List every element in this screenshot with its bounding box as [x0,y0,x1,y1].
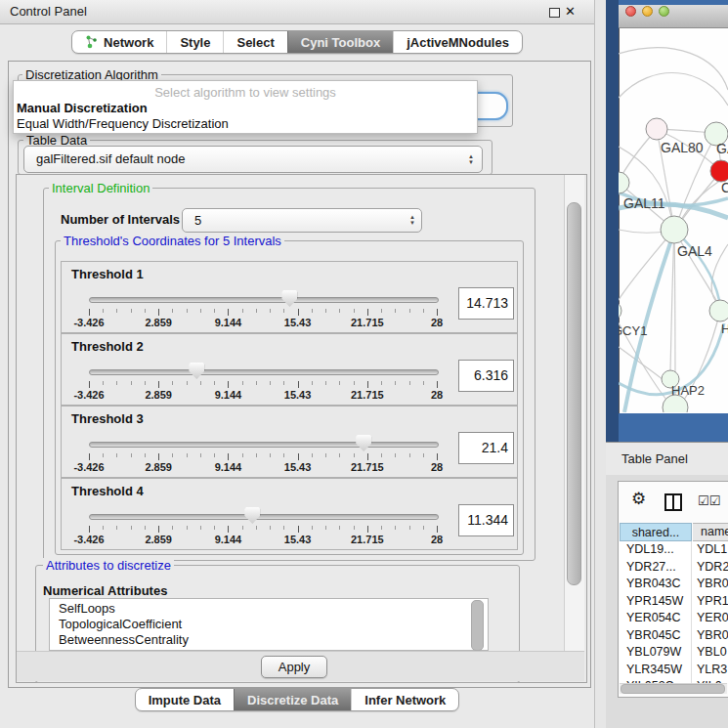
network-edge[interactable] [619,347,664,380]
network-node-label: H [721,321,728,336]
threshold-slider-thumb[interactable] [189,363,204,379]
network-node-label: GAL80 [661,140,704,155]
slider-ticks [89,381,437,389]
gear-icon[interactable]: ⚙ [631,490,646,509]
tab-label: Infer Network [364,693,446,707]
cell-shared-name: YLR345W [620,662,692,679]
slider-tick-labels: -3.4262.8599.14415.4321.71528 [89,317,437,328]
threshold-slider-track[interactable] [89,442,439,448]
table-rows: YDL19...YDL1YDR27...YDR2YBR043CYBR0YPR14… [620,541,728,683]
slider-tick-labels: -3.4262.8599.14415.4321.71528 [89,534,437,545]
tab-network[interactable]: Network [72,31,166,53]
algorithm-dropdown-popup: Select algorithm to view settings Manual… [13,80,478,134]
attributes-scrollbar-thumb[interactable] [471,600,484,651]
float-window-icon[interactable] [549,8,560,18]
numerical-attributes-list[interactable]: SelfLoopsTopologicalCoefficientBetweenne… [49,598,489,651]
apply-button[interactable]: Apply [261,656,327,678]
cell-name: YLR3 [692,662,728,679]
threshold-value-box[interactable]: 6.316 [458,360,514,392]
numerical-attributes-label: Numerical Attributes [43,583,167,598]
table-panel-titlebar: Table Panel [606,442,728,477]
network-canvas[interactable]: GAL80GACGAL11GAL4GCY1HHAP2 [619,27,728,412]
node-right[interactable] [709,300,728,321]
table-row[interactable]: YLR345WYLR3 [620,662,728,679]
table-row[interactable]: YDL19...YDL1 [620,541,728,559]
settings-scrollbar-thumb[interactable] [567,202,581,585]
tab-select[interactable]: Select [223,31,286,53]
number-of-intervals-combobox[interactable]: 5 ▲▼ [182,208,422,233]
slider-tick-labels: -3.4262.8599.14415.4321.71528 [89,389,437,401]
number-of-intervals-value: 5 [194,209,201,232]
threshold-slider-track[interactable] [89,514,439,520]
window-close-button[interactable] [625,6,636,17]
node-gal4[interactable] [661,216,688,243]
tab-discretize-data[interactable]: Discretize Data [234,689,351,710]
tab-label: Discretize Data [247,693,338,707]
node-red[interactable] [710,160,728,182]
network-node-label: GCY1 [619,323,647,338]
threshold-slider-thumb[interactable] [356,435,371,451]
table-row[interactable]: YBR043CYBR0 [620,576,728,593]
tab-label: Network [104,35,153,50]
column-header-shared-name[interactable]: shared... [620,523,692,541]
threshold-slider-thumb[interactable] [281,290,297,307]
window-zoom-button[interactable] [659,6,669,17]
network-node-label: GA [716,141,728,156]
control-panel-titlebar: Control Panel ✕ [0,0,594,24]
threshold-slider-thumb[interactable] [244,507,260,524]
tab-cyni-toolbox[interactable]: Cyni Toolbox [287,31,393,53]
slider-ticks [89,526,437,534]
tab-infer-network[interactable]: Infer Network [351,689,458,710]
cell-name: YDL1 [692,541,728,559]
table-row[interactable]: YBR045CYBR0 [620,627,728,645]
node-gal80[interactable] [646,118,667,140]
slider-ticks [89,309,437,317]
tab-label: Select [236,35,274,50]
network-edge[interactable] [670,230,674,371]
tab-style[interactable]: Style [166,31,223,53]
threshold-value-box[interactable]: 14.713 [458,287,514,320]
split-columns-icon[interactable] [664,493,682,511]
cell-shared-name: YBR045C [620,627,692,645]
table-hscrollbar-thumb[interactable] [621,684,725,694]
threshold-slider-track[interactable] [89,369,439,375]
tab-impute-data[interactable]: Impute Data [136,689,234,710]
thresholds-label: Threshold's Coordinates for 5 Intervals [61,234,284,248]
threshold-value-box[interactable]: 21.4 [458,432,514,464]
threshold-value-box[interactable]: 11.344 [458,504,514,536]
dropdown-placeholder: Select algorithm to view settings [14,85,477,100]
close-icon[interactable]: ✕ [565,4,576,20]
attribute-item[interactable]: TopologicalCoefficient [50,617,488,632]
table-row[interactable]: YER054CYER0 [620,610,728,627]
node-gcy1[interactable] [619,301,621,321]
tab-label: Cyni Toolbox [301,35,380,50]
cell-name: YDR2 [692,559,728,577]
network-edge[interactable] [619,73,728,106]
threshold-label: Threshold 4 [71,484,144,498]
table-data-value: galFiltered.sif default node [36,147,185,172]
tab-label: jActiveMNodules [407,35,509,50]
table-row[interactable]: YDR27...YDR2 [620,559,728,577]
threshold-panel: Threshold 3-3.4262.8599.14415.4321.71528… [61,406,518,478]
column-header-name[interactable]: name [693,523,728,541]
cell-name: YBL0 [692,644,728,662]
network-node-label: GAL11 [623,195,665,211]
dropdown-option-equal-width-frequency[interactable]: Equal Width/Frequency Discretization [17,116,229,131]
dropdown-option-manual-discretization[interactable]: Manual Discretization [17,101,148,115]
cell-shared-name: YBR043C [620,576,692,593]
control-panel: Control Panel ✕ NetworkStyleSelectCyni T… [0,0,595,728]
network-edge[interactable] [674,230,675,395]
threshold-slider-track[interactable] [89,297,439,303]
select-columns-icon[interactable]: ☑☑ [698,493,720,508]
attribute-item[interactable]: BetweennessCentrality [50,632,488,648]
table-row[interactable]: YPR145WYPR1 [620,593,728,611]
attribute-item[interactable]: SelfLoops [50,601,488,617]
window-minimize-button[interactable] [642,6,653,17]
threshold-label: Threshold 2 [71,339,144,354]
table-data-combobox[interactable]: galFiltered.sif default node ▲▼ [23,146,483,173]
tab-jactivemnodules[interactable]: jActiveMNodules [393,31,522,53]
network-node-label: HAP2 [671,383,705,398]
table-row[interactable]: YBL079WYBL0 [620,644,728,662]
cell-shared-name: YPR145W [620,593,692,611]
combo-spinner-icon: ▲▼ [409,214,415,226]
